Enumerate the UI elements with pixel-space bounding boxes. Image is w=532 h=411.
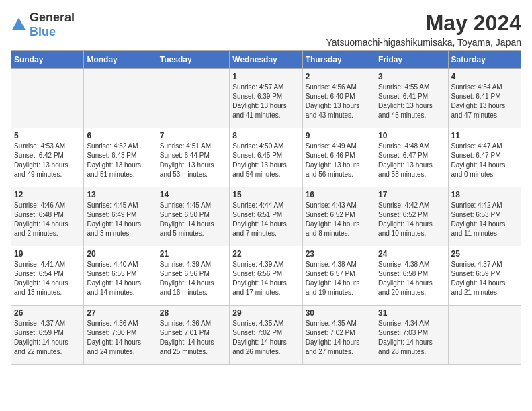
day-info: Sunrise: 4:42 AM Sunset: 6:52 PM Dayligh…: [378, 201, 445, 238]
day-info: Sunrise: 4:56 AM Sunset: 6:40 PM Dayligh…: [306, 83, 372, 120]
day-info: Sunrise: 4:48 AM Sunset: 6:47 PM Dayligh…: [378, 142, 445, 179]
calendar-cell: 8 Sunrise: 4:50 AM Sunset: 6:45 PM Dayli…: [230, 128, 302, 187]
sunset-label: Sunset: 7:03 PM: [378, 329, 428, 336]
sunrise-label: Sunrise: 4:44 AM: [232, 201, 283, 209]
daylight-label: Daylight: 13 hours and 58 minutes.: [378, 161, 433, 178]
sunrise-label: Sunrise: 4:39 AM: [232, 261, 283, 268]
calendar-cell: 18 Sunrise: 4:42 AM Sunset: 6:53 PM Dayl…: [448, 187, 521, 246]
sunset-label: Sunset: 6:52 PM: [378, 211, 428, 218]
calendar-cell: 25 Sunrise: 4:37 AM Sunset: 6:59 PM Dayl…: [448, 246, 521, 306]
calendar-cell: 13 Sunrise: 4:45 AM Sunset: 6:49 PM Dayl…: [84, 187, 157, 246]
sunset-label: Sunset: 6:53 PM: [451, 211, 501, 218]
calendar-cell: 15 Sunrise: 4:44 AM Sunset: 6:51 PM Dayl…: [230, 187, 302, 246]
day-info: Sunrise: 4:36 AM Sunset: 7:00 PM Dayligh…: [87, 319, 153, 357]
header-friday: Friday: [375, 51, 448, 69]
sunset-label: Sunset: 6:50 PM: [160, 211, 210, 218]
day-info: Sunrise: 4:42 AM Sunset: 6:53 PM Dayligh…: [451, 201, 518, 238]
calendar-cell: 9 Sunrise: 4:49 AM Sunset: 6:46 PM Dayli…: [302, 128, 375, 187]
daylight-label: Daylight: 13 hours and 54 minutes.: [232, 161, 287, 178]
day-info: Sunrise: 4:37 AM Sunset: 6:59 PM Dayligh…: [14, 319, 81, 357]
day-info: Sunrise: 4:35 AM Sunset: 7:02 PM Dayligh…: [232, 319, 299, 357]
sunset-label: Sunset: 7:02 PM: [232, 329, 282, 336]
sunset-label: Sunset: 6:58 PM: [378, 270, 428, 277]
day-info: Sunrise: 4:52 AM Sunset: 6:43 PM Dayligh…: [87, 142, 153, 179]
day-info: Sunrise: 4:51 AM Sunset: 6:44 PM Dayligh…: [160, 142, 226, 179]
daylight-label: Daylight: 14 hours and 24 minutes.: [87, 338, 141, 355]
calendar-cell: 24 Sunrise: 4:38 AM Sunset: 6:58 PM Dayl…: [375, 246, 448, 306]
calendar-cell: 1 Sunrise: 4:57 AM Sunset: 6:39 PM Dayli…: [230, 69, 302, 128]
day-number: 9: [306, 131, 372, 140]
sunrise-label: Sunrise: 4:51 AM: [160, 142, 211, 150]
day-number: 6: [87, 131, 153, 140]
daylight-label: Daylight: 14 hours and 17 minutes.: [232, 279, 287, 296]
day-number: 26: [14, 308, 81, 318]
sunset-label: Sunset: 6:47 PM: [451, 152, 501, 159]
calendar-cell: 2 Sunrise: 4:56 AM Sunset: 6:40 PM Dayli…: [302, 69, 375, 128]
week-row-3: 19 Sunrise: 4:41 AM Sunset: 6:54 PM Dayl…: [11, 246, 521, 306]
daylight-label: Daylight: 14 hours and 13 minutes.: [14, 279, 69, 296]
day-info: Sunrise: 4:49 AM Sunset: 6:46 PM Dayligh…: [306, 142, 372, 179]
calendar-cell: 6 Sunrise: 4:52 AM Sunset: 6:43 PM Dayli…: [84, 128, 157, 187]
daylight-label: Daylight: 14 hours and 16 minutes.: [160, 279, 214, 296]
daylight-label: Daylight: 13 hours and 41 minutes.: [232, 102, 287, 119]
sunset-label: Sunset: 6:46 PM: [306, 152, 355, 159]
daylight-label: Daylight: 14 hours and 0 minutes.: [451, 161, 506, 178]
calendar-cell: [448, 306, 521, 365]
day-info: Sunrise: 4:57 AM Sunset: 6:39 PM Dayligh…: [232, 83, 299, 120]
week-row-1: 5 Sunrise: 4:53 AM Sunset: 6:42 PM Dayli…: [11, 128, 521, 187]
calendar-cell: 19 Sunrise: 4:41 AM Sunset: 6:54 PM Dayl…: [11, 246, 84, 306]
daylight-label: Daylight: 14 hours and 21 minutes.: [451, 279, 506, 296]
sunset-label: Sunset: 6:47 PM: [378, 152, 428, 159]
day-number: 24: [378, 249, 445, 259]
daylight-label: Daylight: 13 hours and 49 minutes.: [14, 161, 69, 178]
week-row-2: 12 Sunrise: 4:46 AM Sunset: 6:48 PM Dayl…: [11, 187, 521, 246]
daylight-label: Daylight: 14 hours and 25 minutes.: [160, 338, 214, 355]
sunset-label: Sunset: 6:52 PM: [306, 211, 355, 218]
logo-general: General: [30, 11, 75, 24]
header-wednesday: Wednesday: [230, 51, 302, 69]
week-row-0: 1 Sunrise: 4:57 AM Sunset: 6:39 PM Dayli…: [11, 69, 521, 128]
sunrise-label: Sunrise: 4:34 AM: [378, 320, 429, 327]
sunrise-label: Sunrise: 4:43 AM: [306, 201, 357, 209]
daylight-label: Daylight: 14 hours and 27 minutes.: [306, 338, 360, 355]
day-info: Sunrise: 4:46 AM Sunset: 6:48 PM Dayligh…: [14, 201, 81, 238]
sunrise-label: Sunrise: 4:37 AM: [451, 261, 502, 268]
day-info: Sunrise: 4:34 AM Sunset: 7:03 PM Dayligh…: [378, 319, 445, 357]
calendar-cell: 14 Sunrise: 4:45 AM Sunset: 6:50 PM Dayl…: [157, 187, 229, 246]
day-number: 22: [232, 249, 299, 259]
calendar-cell: [11, 69, 84, 128]
sunset-label: Sunset: 7:02 PM: [306, 329, 355, 336]
day-number: 21: [160, 249, 226, 259]
daylight-label: Daylight: 14 hours and 28 minutes.: [378, 338, 433, 355]
daylight-label: Daylight: 13 hours and 45 minutes.: [378, 102, 433, 119]
calendar-cell: 26 Sunrise: 4:37 AM Sunset: 6:59 PM Dayl…: [11, 306, 84, 365]
sunset-label: Sunset: 6:55 PM: [87, 270, 136, 277]
daylight-label: Daylight: 13 hours and 47 minutes.: [451, 102, 506, 119]
sunrise-label: Sunrise: 4:45 AM: [87, 201, 138, 209]
day-info: Sunrise: 4:41 AM Sunset: 6:54 PM Dayligh…: [14, 260, 81, 298]
day-number: 16: [306, 190, 372, 199]
sunrise-label: Sunrise: 4:56 AM: [306, 83, 357, 91]
day-info: Sunrise: 4:47 AM Sunset: 6:47 PM Dayligh…: [451, 142, 518, 179]
calendar-table: Sunday Monday Tuesday Wednesday Thursday…: [11, 50, 521, 365]
calendar-cell: 3 Sunrise: 4:55 AM Sunset: 6:41 PM Dayli…: [375, 69, 448, 128]
daylight-label: Daylight: 14 hours and 5 minutes.: [160, 220, 214, 237]
sunrise-label: Sunrise: 4:38 AM: [306, 261, 357, 268]
day-number: 30: [306, 308, 372, 318]
sunset-label: Sunset: 6:41 PM: [451, 93, 501, 100]
sunset-label: Sunset: 6:51 PM: [232, 211, 282, 218]
logo-icon: [11, 17, 27, 33]
daylight-label: Daylight: 14 hours and 19 minutes.: [306, 279, 360, 296]
sunrise-label: Sunrise: 4:52 AM: [87, 142, 138, 150]
day-number: 23: [306, 249, 372, 259]
logo: General Blue: [11, 11, 75, 39]
header-row: Sunday Monday Tuesday Wednesday Thursday…: [11, 51, 521, 69]
day-number: 27: [87, 308, 153, 318]
daylight-label: Daylight: 13 hours and 43 minutes.: [306, 102, 360, 119]
calendar-cell: 17 Sunrise: 4:42 AM Sunset: 6:52 PM Dayl…: [375, 187, 448, 246]
day-number: 10: [378, 131, 445, 140]
calendar-cell: 10 Sunrise: 4:48 AM Sunset: 6:47 PM Dayl…: [375, 128, 448, 187]
sunset-label: Sunset: 6:49 PM: [87, 211, 136, 218]
daylight-label: Daylight: 14 hours and 26 minutes.: [232, 338, 287, 355]
day-number: 28: [160, 308, 226, 318]
